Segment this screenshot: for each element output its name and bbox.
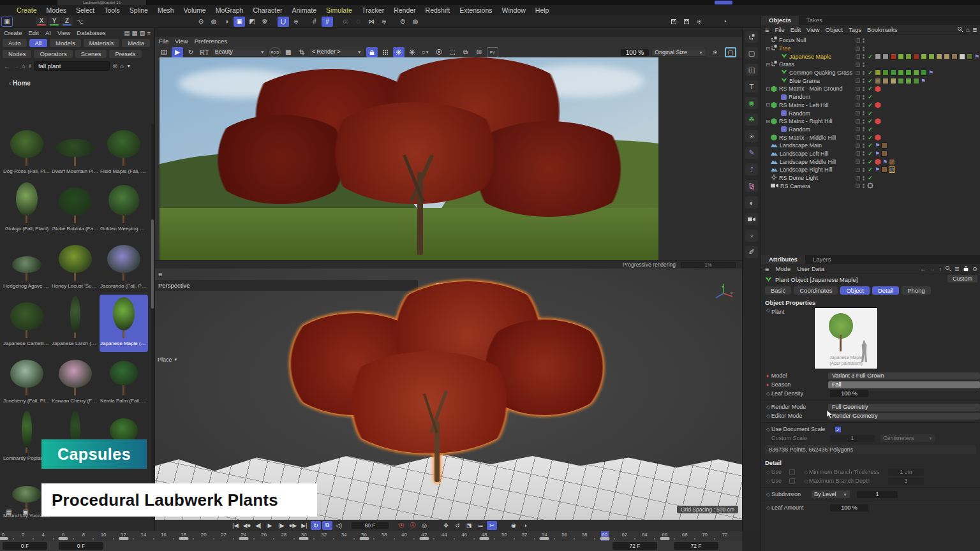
detail-view-icon[interactable]: ▧ (139, 29, 145, 36)
loop-mode-button[interactable]: ↻ (311, 521, 321, 530)
asset-menu-view[interactable]: View (57, 29, 70, 36)
render-view-button[interactable] (668, 17, 679, 27)
plant-item-8[interactable]: Honey Locust 'Sunbur... (51, 237, 100, 295)
add-icon[interactable]: + (28, 62, 32, 70)
plant-item-2[interactable]: Dwarf Mountain Pine (... (51, 122, 100, 180)
material-swatch[interactable] (967, 54, 973, 60)
layer-chip[interactable] (856, 119, 860, 124)
document-tab[interactable]: Laubwerk@Kapitel 16 (57, 0, 146, 5)
object-row-landscape-main[interactable]: Landscape Main✓⚑ (761, 142, 980, 150)
enabled-check[interactable]: ✓ (867, 175, 873, 181)
thumb-large-icon[interactable]: ▣ (20, 506, 31, 517)
plant-item-6[interactable]: Golden Weeping Willo... (100, 180, 148, 237)
autokey-button[interactable]: Ⓐ (408, 521, 418, 530)
attr-forward-icon[interactable]: → (930, 265, 936, 273)
region-icon[interactable]: ⬚ (447, 47, 458, 57)
object-row-random[interactable]: ∴Random✓ (761, 109, 980, 117)
visibility-dots[interactable] (863, 38, 865, 43)
asset-menu-edit[interactable]: Edit (29, 29, 39, 36)
annotate-pen-icon[interactable]: ✐ (745, 246, 758, 258)
layer-chip[interactable] (856, 111, 860, 115)
clear-search-icon[interactable]: ⊗ (112, 62, 117, 70)
sphere-split-icon[interactable]: ◍ (208, 17, 219, 27)
object-row-common-quaking-grass[interactable]: Common Quaking Grass✓⚑ (761, 69, 980, 77)
material-swatch[interactable] (890, 78, 896, 84)
om-menu-object[interactable]: Object (826, 26, 843, 33)
snapshot-icon[interactable] (393, 47, 405, 57)
object-row-blue-grama[interactable]: Blue Grama✓⚑ (761, 77, 980, 85)
max-branch-field[interactable]: 3 (888, 478, 924, 485)
capsule-green-icon[interactable]: ◉ (745, 97, 758, 109)
rt-label[interactable]: RT (200, 48, 209, 56)
rgb-button[interactable]: RGB (269, 47, 281, 57)
filter-tab-auto[interactable]: Auto (3, 39, 27, 47)
axis-tool-icon[interactable]: ⌥ (74, 17, 85, 27)
rotate-dim-icon[interactable]: ◎ (340, 17, 352, 27)
layer-chip[interactable] (856, 62, 860, 67)
goto-end-button[interactable]: ▶| (299, 521, 309, 530)
range-start2-field[interactable]: 0 F (59, 542, 103, 550)
object-row-rs-matrix-left-hill[interactable]: ⊟RS Matrix - Left Hill✓ (761, 101, 980, 110)
plant-item-11[interactable]: Japanese Larch (Fall, Pl... (51, 295, 100, 352)
visibility-dots[interactable] (863, 54, 865, 59)
enabled-check[interactable]: ✓ (867, 151, 873, 157)
axis-lock-y[interactable]: Y (48, 17, 60, 26)
attr-menu-user-data[interactable]: User Data (797, 265, 824, 272)
enabled-check[interactable]: ✓ (867, 126, 873, 133)
filter-tab-operators[interactable]: Operators (34, 50, 72, 58)
menu-window[interactable]: Window (502, 6, 526, 14)
material-swatch[interactable] (875, 78, 881, 84)
layer-chip[interactable] (856, 78, 860, 83)
range-end2-field[interactable]: 72 F (674, 542, 718, 550)
bag-icon[interactable]: ⌂ (120, 62, 124, 70)
next-frame-button[interactable]: |▶ (276, 521, 286, 530)
plant-item-7[interactable]: Hedgehog Agave (Fall... (3, 237, 51, 295)
attr-back-icon[interactable]: ← (920, 265, 926, 273)
om-menu-bookmarks[interactable]: Bookmarks (867, 26, 898, 33)
range-end-field[interactable]: 72 F (612, 542, 657, 550)
menu-extensions[interactable]: Extensions (459, 6, 492, 14)
layer-chip[interactable] (856, 143, 860, 148)
visibility-dots[interactable] (863, 135, 865, 140)
tab-layers[interactable]: Layers (805, 255, 839, 264)
record-button[interactable]: ⦿ (396, 521, 406, 530)
asset-menu-create[interactable]: Create (4, 29, 22, 36)
layer-chip[interactable] (856, 168, 860, 172)
material-swatch[interactable] (881, 166, 887, 173)
clip-mode-button[interactable]: ◑ (520, 521, 530, 530)
layer-chip[interactable] (856, 103, 860, 107)
om-filter-icon[interactable]: ≣ (972, 26, 977, 34)
material-swatch[interactable] (890, 70, 896, 76)
play-button[interactable]: ▶ (265, 521, 275, 530)
layer-chip[interactable] (856, 54, 860, 59)
visibility-dots[interactable] (863, 71, 865, 75)
current-frame-field[interactable]: 60 F (352, 522, 389, 529)
leaf-density-field[interactable]: 100 % (830, 390, 868, 397)
season-dropdown[interactable]: Fall (828, 381, 980, 388)
spline-icon[interactable]: ▢ (745, 47, 758, 59)
cube-primitive-icon[interactable]: ◫ (745, 64, 758, 76)
pip-icon[interactable]: ⊞ (473, 47, 485, 57)
layer-chip[interactable] (856, 71, 860, 75)
visibility-dots[interactable] (863, 78, 865, 83)
filter-tab-media[interactable]: Media (122, 39, 150, 47)
symmetry-pink-icon[interactable]: ⧎ (745, 180, 758, 192)
visibility-dots[interactable] (863, 176, 865, 180)
sphere-a-icon[interactable]: ◍ (410, 17, 421, 27)
search-input[interactable] (34, 61, 110, 71)
menu-select[interactable]: Select (76, 6, 94, 14)
key-filter-button[interactable]: ✂ (487, 521, 497, 530)
material-swatch[interactable] (921, 70, 927, 76)
enabled-check[interactable]: ✓ (867, 94, 873, 100)
menu-animate[interactable]: Animate (292, 6, 317, 14)
material-swatch[interactable] (898, 78, 904, 84)
filter-tab-all[interactable]: All (29, 39, 48, 47)
back-icon[interactable]: ← (4, 62, 10, 70)
visibility-dots[interactable] (863, 127, 865, 131)
layer-chip[interactable] (856, 87, 860, 91)
layer-chip[interactable] (856, 151, 860, 156)
sound-button[interactable]: ◁) (334, 521, 344, 530)
enabled-check[interactable]: ✓ (867, 135, 873, 141)
visibility-dots[interactable] (863, 62, 865, 67)
keying-settings-button[interactable]: ◎ (419, 521, 429, 530)
